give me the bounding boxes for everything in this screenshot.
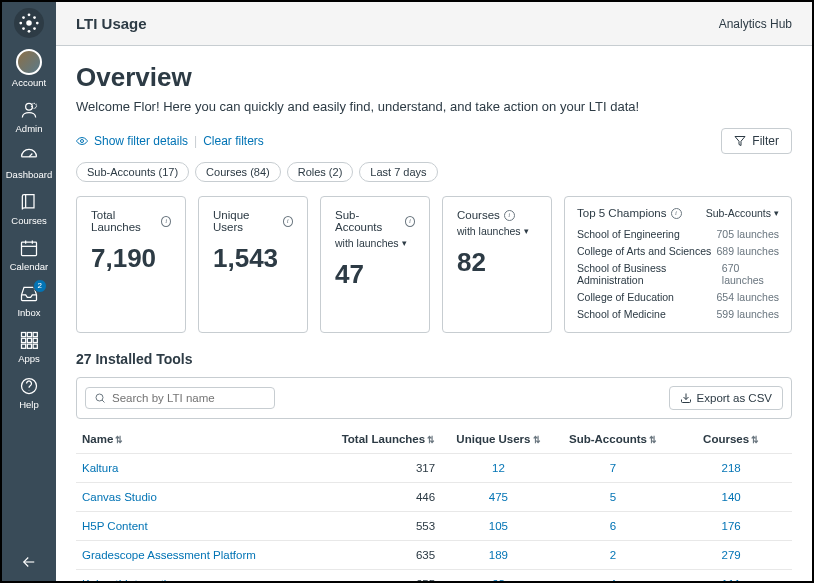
clear-filters-link[interactable]: Clear filters bbox=[203, 134, 264, 148]
stat-unique-users: Unique Usersi 1,543 bbox=[198, 196, 308, 333]
info-icon[interactable]: i bbox=[671, 208, 682, 219]
stat-sub-dropdown[interactable]: with launches▾ bbox=[457, 225, 537, 237]
info-icon[interactable]: i bbox=[283, 216, 293, 227]
sort-icon: ⇅ bbox=[115, 435, 123, 445]
svg-rect-23 bbox=[33, 338, 37, 342]
nav-apps[interactable]: Apps bbox=[2, 324, 56, 370]
cell-users-link[interactable]: 12 bbox=[492, 462, 505, 474]
filter-chip[interactable]: Courses (84) bbox=[195, 162, 281, 182]
champion-name: School of Business Administration bbox=[577, 262, 722, 286]
help-icon bbox=[19, 375, 39, 397]
filter-button[interactable]: Filter bbox=[721, 128, 792, 154]
cell-subaccounts-link[interactable]: 5 bbox=[610, 491, 616, 503]
stat-total-launches: Total Launchesi 7,190 bbox=[76, 196, 186, 333]
dashboard-icon bbox=[19, 145, 39, 167]
cell-launches: 317 bbox=[327, 454, 442, 483]
col-users[interactable]: Unique Users⇅ bbox=[441, 425, 556, 454]
cell-launches: 655 bbox=[327, 570, 442, 582]
search-icon bbox=[94, 392, 106, 404]
divider: | bbox=[194, 134, 197, 148]
filter-chip[interactable]: Sub-Accounts (17) bbox=[76, 162, 189, 182]
info-icon[interactable]: i bbox=[405, 216, 415, 227]
cell-launches: 635 bbox=[327, 541, 442, 570]
nav-calendar[interactable]: Calendar bbox=[2, 232, 56, 278]
admin-icon bbox=[19, 99, 39, 121]
tool-name-link[interactable]: H5P Content bbox=[82, 520, 148, 532]
svg-line-33 bbox=[102, 400, 105, 403]
tools-table: Name⇅ Total Launches⇅ Unique Users⇅ Sub-… bbox=[76, 425, 792, 581]
cell-courses-link[interactable]: 111 bbox=[722, 578, 741, 581]
installed-tools-heading: 27 Installed Tools bbox=[76, 351, 792, 367]
svg-point-8 bbox=[33, 27, 36, 30]
filter-chip[interactable]: Last 7 days bbox=[359, 162, 437, 182]
search-input[interactable] bbox=[112, 392, 266, 404]
champions-title: Top 5 Champions bbox=[577, 207, 667, 219]
champion-count: 670 launches bbox=[722, 262, 779, 286]
info-icon[interactable]: i bbox=[504, 210, 515, 221]
stat-sub-dropdown[interactable]: with launches▾ bbox=[335, 237, 415, 249]
stat-courses: Coursesi with launches▾ 82 bbox=[442, 196, 552, 333]
top-champions-card: Top 5 Championsi Sub-Accounts▾ School of… bbox=[564, 196, 792, 333]
cell-courses-link[interactable]: 140 bbox=[722, 491, 741, 503]
nav-courses[interactable]: Courses bbox=[2, 186, 56, 232]
stat-value: 1,543 bbox=[213, 243, 293, 274]
overview-heading: Overview bbox=[76, 62, 792, 93]
tool-name-link[interactable]: Kaltura bbox=[82, 462, 118, 474]
nav-admin[interactable]: Admin bbox=[2, 94, 56, 140]
svg-rect-20 bbox=[33, 333, 37, 337]
stat-value: 7,190 bbox=[91, 243, 171, 274]
nav-help[interactable]: Help bbox=[2, 370, 56, 416]
nav-account[interactable]: Account bbox=[2, 44, 56, 94]
cell-users-link[interactable]: 189 bbox=[489, 549, 508, 561]
export-csv-button[interactable]: Export as CSV bbox=[669, 386, 783, 410]
col-launches[interactable]: Total Launches⇅ bbox=[327, 425, 442, 454]
nav-dashboard[interactable]: Dashboard bbox=[2, 140, 56, 186]
cell-courses-link[interactable]: 279 bbox=[722, 549, 741, 561]
tool-name-link[interactable]: Gradescope Assessment Platform bbox=[82, 549, 256, 561]
nav-inbox[interactable]: 2Inbox bbox=[2, 278, 56, 324]
topbar: LTI Usage Analytics Hub bbox=[56, 2, 812, 46]
champion-row: College of Education654 launches bbox=[577, 288, 779, 305]
col-courses[interactable]: Courses⇅ bbox=[670, 425, 792, 454]
champion-name: School of Medicine bbox=[577, 308, 666, 320]
tool-name-link[interactable]: Kahoot! Integration bbox=[82, 578, 179, 581]
champion-name: School of Engineering bbox=[577, 228, 680, 240]
tool-name-link[interactable]: Canvas Studio bbox=[82, 491, 157, 503]
filter-icon bbox=[734, 135, 746, 147]
svg-point-30 bbox=[81, 140, 84, 143]
show-filter-details-link[interactable]: Show filter details bbox=[94, 134, 188, 148]
cell-subaccounts-link[interactable]: 7 bbox=[610, 462, 616, 474]
stat-label: Unique Users bbox=[213, 209, 279, 233]
cell-subaccounts-link[interactable]: 6 bbox=[610, 520, 616, 532]
brand-logo[interactable] bbox=[14, 8, 44, 38]
sort-icon: ⇅ bbox=[649, 435, 657, 445]
sort-icon: ⇅ bbox=[533, 435, 541, 445]
unread-badge: 2 bbox=[33, 279, 47, 293]
champions-dropdown[interactable]: Sub-Accounts▾ bbox=[706, 207, 779, 219]
champion-row: School of Medicine599 launches bbox=[577, 305, 779, 322]
cell-subaccounts-link[interactable]: 4 bbox=[610, 578, 616, 581]
svg-point-3 bbox=[19, 22, 22, 25]
cell-courses-link[interactable]: 176 bbox=[722, 520, 741, 532]
filter-chips: Sub-Accounts (17)Courses (84)Roles (2)La… bbox=[76, 162, 792, 182]
svg-point-1 bbox=[28, 13, 31, 16]
cell-users-link[interactable]: 63 bbox=[492, 578, 505, 581]
cell-launches: 553 bbox=[327, 512, 442, 541]
cell-users-link[interactable]: 105 bbox=[489, 520, 508, 532]
collapse-nav-button[interactable] bbox=[2, 553, 56, 571]
filter-links: Show filter details | Clear filters bbox=[76, 134, 264, 148]
table-row: Kaltura317127218 bbox=[76, 454, 792, 483]
search-wrapper bbox=[85, 387, 275, 409]
svg-marker-31 bbox=[735, 137, 745, 146]
table-row: Kahoot! Integration655634111 bbox=[76, 570, 792, 582]
col-name[interactable]: Name⇅ bbox=[76, 425, 327, 454]
info-icon[interactable]: i bbox=[161, 216, 171, 227]
filter-chip[interactable]: Roles (2) bbox=[287, 162, 354, 182]
breadcrumb[interactable]: Analytics Hub bbox=[719, 17, 792, 31]
cell-courses-link[interactable]: 218 bbox=[722, 462, 741, 474]
svg-point-2 bbox=[28, 30, 31, 33]
col-subaccounts[interactable]: Sub-Accounts⇅ bbox=[556, 425, 671, 454]
cell-users-link[interactable]: 475 bbox=[489, 491, 508, 503]
cell-subaccounts-link[interactable]: 2 bbox=[610, 549, 616, 561]
nav-label: Help bbox=[19, 399, 39, 410]
